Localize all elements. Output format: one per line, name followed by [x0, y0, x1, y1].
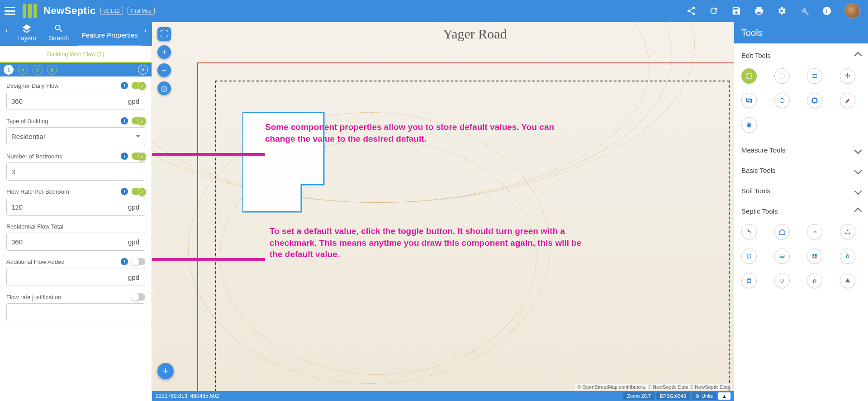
svg-rect-14	[812, 98, 816, 102]
tab-feature-properties-label: Feature Properties	[81, 31, 138, 39]
lasso-tool[interactable]	[774, 68, 790, 84]
paint-tool[interactable]	[840, 93, 855, 108]
accordion-measure-tools[interactable]: Measure Tools	[734, 140, 868, 160]
default-toggle-type-of-building[interactable]	[132, 117, 145, 124]
selection-count-badge[interactable]: 1	[4, 65, 14, 75]
additional-flow-added-input[interactable]	[7, 268, 123, 286]
flow-rate-justification-input[interactable]	[7, 304, 145, 321]
settings-icon[interactable]	[777, 6, 787, 16]
fullscreen-button[interactable]: ⛶	[157, 27, 171, 41]
svg-point-24	[847, 253, 848, 254]
septic-grid-tool[interactable]	[807, 248, 822, 264]
default-toggle-bedrooms[interactable]	[132, 153, 145, 160]
tab-feature-properties[interactable]: Feature Properties	[75, 31, 144, 46]
rotate-tool[interactable]	[774, 93, 790, 108]
layers-toggle-chip[interactable]: ▲	[718, 392, 730, 400]
unit-label: gpd	[123, 233, 145, 250]
field-label: Additional Flow Added	[6, 258, 117, 265]
snap-tool[interactable]	[807, 93, 822, 108]
tools-panel-title: Tools	[734, 22, 868, 43]
map-name-chip[interactable]: First Map	[128, 7, 155, 15]
septic-outlet-tool[interactable]	[774, 273, 790, 288]
locate-button[interactable]: ◎	[157, 81, 171, 95]
unit-label: gpd	[123, 92, 145, 110]
map-canvas[interactable]: Yager Road ⛶ + − ◎ + Some component prop…	[152, 22, 734, 401]
info-icon[interactable]: i	[121, 82, 128, 89]
septic-distribute-tool[interactable]	[840, 224, 855, 239]
delete-icon[interactable]: 🗑	[47, 65, 57, 75]
svg-point-23	[846, 254, 846, 254]
septic-inlet-tool[interactable]	[741, 273, 757, 288]
menu-button[interactable]	[5, 7, 15, 15]
type-of-building-select[interactable]: Residential	[6, 127, 145, 145]
accordion-edit-tools[interactable]: Edit Tools	[734, 45, 868, 66]
septic-pipe-tool[interactable]	[741, 224, 757, 239]
units-chip[interactable]: ⚙ Units	[692, 392, 716, 400]
number-of-bedrooms-input[interactable]	[7, 163, 145, 180]
move-tool[interactable]	[840, 68, 855, 84]
user-avatar[interactable]	[844, 3, 860, 19]
map-attribution: © OpenStreetMap contributors. © NewSepti…	[575, 384, 732, 390]
close-panel-button[interactable]: ✕	[138, 65, 148, 75]
tab-layers[interactable]: Layers	[11, 24, 43, 46]
info-icon[interactable]: i	[121, 258, 128, 265]
accordion-soil-tools[interactable]: Soil Tools	[734, 181, 868, 201]
default-toggle-designer-daily-flow[interactable]	[132, 82, 145, 89]
tabs-prev-button[interactable]	[1, 25, 12, 36]
transform-tool[interactable]	[807, 68, 822, 84]
type-of-building-value: Residential	[11, 133, 45, 140]
visibility-off-icon[interactable]: ⊘	[33, 65, 43, 75]
zoom-in-button[interactable]: +	[157, 45, 171, 59]
accordion-basic-tools[interactable]: Basic Tools	[734, 160, 868, 181]
septic-hs-tool[interactable]: Hs	[807, 224, 822, 239]
svg-text:Hs: Hs	[813, 230, 817, 234]
accordion-septic-tools[interactable]: Septic Tools	[734, 201, 868, 221]
septic-dbox-tool[interactable]	[807, 273, 822, 288]
add-feature-button[interactable]: +	[157, 363, 174, 379]
residential-flow-total-input[interactable]	[7, 233, 123, 250]
epsg-chip[interactable]: EPSG:6549	[656, 392, 690, 400]
select-tool[interactable]	[741, 68, 757, 84]
tab-layers-label: Layers	[17, 34, 36, 42]
default-toggle-additional-flow[interactable]	[132, 258, 145, 265]
refresh-icon[interactable]	[709, 6, 719, 16]
zoom-out-button[interactable]: −	[157, 63, 171, 77]
septic-pump-tool[interactable]	[840, 273, 855, 288]
field-label: Designer Daily Flow	[6, 82, 117, 89]
septic-spray-tool[interactable]	[840, 248, 855, 264]
coords-readout: 2231769.813, 460485.502	[156, 393, 219, 399]
default-toggle-flow-per-bedroom[interactable]	[132, 188, 145, 195]
septic-house-tool[interactable]	[774, 224, 790, 239]
info-icon[interactable]: i	[121, 188, 128, 195]
svg-text:i: i	[826, 8, 828, 14]
default-toggle-flow-justification[interactable]	[132, 293, 145, 301]
svg-rect-21	[815, 257, 817, 258]
copy-tool[interactable]	[741, 93, 757, 108]
tools-icon[interactable]	[799, 6, 809, 16]
flow-rate-per-bedroom-input[interactable]	[7, 198, 123, 215]
chevron-up-icon	[854, 207, 862, 215]
tabs-next-button[interactable]	[140, 25, 151, 36]
field-label: Flow rate justification	[6, 294, 128, 301]
svg-rect-19	[815, 254, 817, 256]
septic-field-tool[interactable]	[774, 248, 790, 264]
svg-rect-5	[747, 74, 752, 79]
svg-point-10	[812, 77, 814, 78]
info-icon[interactable]: i	[121, 117, 128, 124]
filter-icon[interactable]: ▼	[18, 65, 28, 75]
print-icon[interactable]	[754, 6, 764, 16]
tab-search[interactable]: Search	[43, 24, 75, 46]
septic-tank-tool[interactable]	[741, 248, 757, 264]
info-icon[interactable]: i	[121, 153, 128, 160]
delete-tool[interactable]	[741, 117, 757, 133]
share-icon[interactable]	[686, 6, 696, 16]
save-icon[interactable]	[731, 6, 741, 16]
designer-daily-flow-input[interactable]	[7, 92, 123, 110]
zoom-chip[interactable]: Zoom 20.7	[623, 392, 655, 400]
field-label: Number of Bedrooms	[6, 153, 117, 160]
svg-rect-13	[747, 98, 750, 102]
svg-rect-26	[813, 280, 816, 283]
app-name: NewSeptic	[43, 5, 96, 17]
field-label: Flow Rate Per Bedroom	[6, 188, 117, 195]
info-icon[interactable]: i	[822, 6, 832, 16]
